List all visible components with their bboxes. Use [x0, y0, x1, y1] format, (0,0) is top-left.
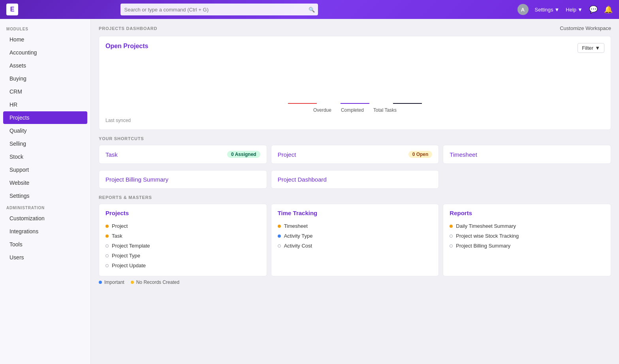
report-item-daily-timesheet[interactable]: Daily Timesheet Summary [450, 221, 604, 231]
search-container: 🔍 [120, 4, 318, 15]
sidebar-item-selling[interactable]: Selling [3, 137, 87, 150]
layout: MODULES Home Accounting Assets Buying CR… [0, 19, 619, 364]
sidebar: MODULES Home Accounting Assets Buying CR… [0, 19, 91, 364]
legend-bar: Important No Records Created [99, 276, 611, 288]
report-item-project-template[interactable]: Project Template [105, 241, 260, 251]
last-synced: Last synced [105, 116, 604, 123]
dot-icon [450, 225, 453, 228]
app-logo[interactable]: E [6, 4, 18, 15]
sidebar-item-website[interactable]: Website [3, 176, 87, 189]
shortcut-project[interactable]: Project 0 Open [271, 145, 439, 164]
report-projects-title: Projects [105, 210, 260, 216]
search-input[interactable] [120, 4, 318, 15]
report-item-project-update[interactable]: Project Update [105, 261, 260, 270]
dot-icon [278, 235, 281, 238]
shortcut-task[interactable]: Task 0 Assigned [99, 145, 267, 164]
dot-icon [278, 225, 281, 228]
dot-icon [450, 235, 453, 238]
report-time-title: Time Tracking [278, 210, 433, 216]
report-item-project[interactable]: Project [105, 221, 260, 231]
chevron-down-icon: ▼ [554, 7, 559, 13]
legend-completed: Completed [341, 107, 364, 113]
sidebar-item-settings[interactable]: Settings [3, 190, 87, 202]
shortcuts-row1: Task 0 Assigned Project 0 Open Timesheet [99, 145, 611, 164]
sidebar-item-stock[interactable]: Stock [3, 150, 87, 163]
open-projects-title: Open Projects [105, 43, 148, 50]
report-item-project-type[interactable]: Project Type [105, 251, 260, 261]
topnav-right: A Settings ▼ Help ▼ 💬 🔔 [517, 4, 613, 15]
open-projects-chart: Overdue Completed Total Tasks [105, 53, 604, 116]
dot-icon [105, 244, 109, 248]
chat-icon[interactable]: 💬 [589, 5, 598, 14]
page-title: PROJECTS DASHBOARD [99, 26, 157, 31]
project-badge: 0 Open [408, 151, 433, 158]
settings-button[interactable]: Settings ▼ [535, 7, 560, 13]
sidebar-item-tools[interactable]: Tools [3, 238, 87, 251]
page-header: PROJECTS DASHBOARD Customize Workspace [99, 25, 611, 31]
customize-workspace-button[interactable]: Customize Workspace [560, 25, 611, 31]
sidebar-item-quality[interactable]: Quality [3, 124, 87, 137]
dot-icon [105, 264, 109, 267]
chart-legend: Overdue Completed Total Tasks [313, 107, 397, 113]
bell-icon[interactable]: 🔔 [604, 5, 613, 14]
reports-section-label: REPORTS & MASTERS [99, 195, 611, 200]
sidebar-item-buying[interactable]: Buying [3, 72, 87, 85]
sidebar-item-integrations[interactable]: Integrations [3, 225, 87, 238]
sidebar-item-customization[interactable]: Customization [3, 212, 87, 225]
report-item-activity-cost[interactable]: Activity Cost [278, 241, 433, 251]
completed-line [341, 103, 369, 104]
overdue-line [288, 103, 317, 104]
filter-button[interactable]: Filter ▼ [578, 43, 604, 53]
main-content: PROJECTS DASHBOARD Customize Workspace O… [91, 19, 619, 364]
sidebar-item-users[interactable]: Users [3, 251, 87, 264]
chevron-down-icon: ▼ [595, 45, 600, 51]
search-icon: 🔍 [309, 7, 315, 13]
chevron-down-icon: ▼ [578, 7, 583, 13]
report-item-billing-summary[interactable]: Project Billing Summary [450, 241, 604, 251]
legend-total: Total Tasks [373, 107, 397, 113]
sidebar-item-assets[interactable]: Assets [3, 59, 87, 72]
dot-icon [105, 225, 109, 228]
important-label: Important [104, 280, 124, 285]
help-button[interactable]: Help ▼ [566, 7, 583, 13]
administration-label: ADMINISTRATION [0, 203, 90, 212]
dot-icon [450, 244, 453, 248]
shortcut-project-title: Project [278, 151, 296, 158]
shortcut-timesheet[interactable]: Timesheet [443, 145, 611, 164]
sidebar-item-home[interactable]: Home [3, 33, 87, 46]
report-item-activity-type[interactable]: Activity Type [278, 231, 433, 241]
report-item-timesheet[interactable]: Timesheet [278, 221, 433, 231]
avatar[interactable]: A [517, 4, 529, 15]
total-line [393, 103, 422, 104]
report-card-time-tracking: Time Tracking Timesheet Activity Type Ac… [271, 204, 439, 276]
shortcut-task-title: Task [105, 151, 118, 158]
no-records-label: No Records Created [136, 280, 179, 285]
shortcut-project-dashboard[interactable]: Project Dashboard [271, 170, 439, 189]
sidebar-item-projects[interactable]: Projects [3, 111, 87, 124]
shortcuts-section-label: YOUR SHORTCUTS [99, 136, 611, 141]
dot-icon [278, 244, 281, 248]
sidebar-item-crm[interactable]: CRM [3, 85, 87, 98]
dot-icon [105, 235, 109, 238]
topnav: E 🔍 A Settings ▼ Help ▼ 💬 🔔 [0, 0, 619, 19]
reports-grid: Projects Project Task Project Template P… [99, 204, 611, 276]
report-card-projects: Projects Project Task Project Template P… [99, 204, 267, 276]
open-projects-card: Open Projects Filter ▼ Overdue Completed [99, 36, 611, 130]
dot-icon [105, 254, 109, 257]
important-dot [99, 281, 102, 284]
legend-overdue: Overdue [313, 107, 331, 113]
modules-label: MODULES [0, 24, 90, 33]
sidebar-item-support[interactable]: Support [3, 163, 87, 176]
shortcut-timesheet-title: Timesheet [450, 151, 477, 158]
sidebar-item-accounting[interactable]: Accounting [3, 46, 87, 59]
report-reports-title: Reports [450, 210, 604, 216]
no-records-dot [131, 281, 134, 284]
shortcut-billing-summary[interactable]: Project Billing Summary [99, 170, 267, 189]
shortcut-billing-title: Project Billing Summary [105, 176, 168, 183]
report-item-task[interactable]: Task [105, 231, 260, 241]
sidebar-item-hr[interactable]: HR [3, 98, 87, 111]
shortcuts-row2: Project Billing Summary Project Dashboar… [99, 170, 611, 189]
task-badge: 0 Assigned [227, 151, 260, 158]
report-item-stock-tracking[interactable]: Project wise Stock Tracking [450, 231, 604, 241]
shortcut-dashboard-title: Project Dashboard [278, 176, 327, 183]
